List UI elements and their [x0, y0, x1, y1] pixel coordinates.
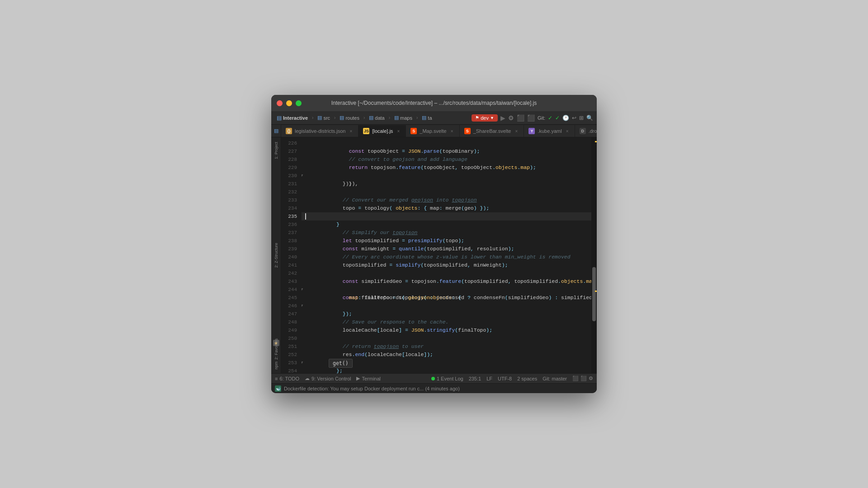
scrollbar-thumb[interactable] [592, 267, 596, 321]
terminal-button[interactable]: ⬛ [527, 114, 535, 122]
undo-button[interactable]: ↩ [572, 115, 576, 121]
tab-icon-drone: D [580, 128, 586, 134]
code-line-227: // convert to geojson and add language [302, 147, 591, 155]
status-icons: ⬛ ⬛ ⚙ [572, 375, 593, 381]
code-line-251: res.end(localeCache[locale]); [302, 343, 591, 351]
status-line-ending: LF [486, 375, 492, 381]
code-editor[interactable]: 226 227 228 229 230 231 232 233 234 235 … [281, 137, 597, 373]
branch-selector[interactable]: ⚑ dev ▼ [472, 114, 498, 122]
left-sidebar: 1: Project 2: Z-Structure ★ 2: Favorites… [271, 137, 281, 373]
close-button[interactable] [277, 100, 283, 106]
tab-icon-json: {} [286, 128, 292, 134]
code-line-248: localeCache[locale] = JSON.stringify(fin… [302, 318, 591, 326]
code-line-228: return topojson.feature(topoObject, topo… [302, 155, 591, 164]
code-line-243: ▼ const finalTopo = topology( objects: { [302, 277, 591, 286]
status-todo[interactable]: ≡ 6: TODO [275, 376, 299, 381]
code-line-244: map: filterCoords( geojson: condensed ? … [302, 286, 591, 294]
toolbar-actions: ⚑ dev ▼ ▶ ⚙ ⬛ ⬛ Git: ✓ ✓ 🕐 ↩ ⊞ 🔍 [472, 114, 593, 122]
status-settings-icon[interactable]: ⚙ [589, 375, 593, 381]
breadcrumb-data[interactable]: ▤ data [367, 114, 386, 122]
title-bar: Interactive [~/Documents/code/Interactiv… [271, 95, 597, 111]
code-line-231 [302, 180, 591, 188]
git-check-icon[interactable]: ✓ [548, 115, 552, 121]
code-line-240: topoSimplified = simplify(topoSimplified… [302, 253, 591, 261]
tab-legislative-districts[interactable]: {} legislative-districts.json × [281, 125, 359, 137]
code-line-236: // Simplify our topojson [302, 221, 591, 229]
code-line-241 [302, 261, 591, 269]
layout-button[interactable]: ⊞ [579, 115, 584, 121]
main-editor-area: 1: Project 2: Z-Structure ★ 2: Favorites… [271, 137, 597, 373]
search-button[interactable]: 🔍 [586, 115, 593, 121]
tab-sharebar-svelte[interactable]: S _ShareBar.svelte × [460, 125, 524, 137]
breadcrumb-ta[interactable]: ▤ ta [420, 114, 434, 122]
npm-panel-label[interactable]: npm [274, 361, 278, 370]
status-terminal[interactable]: ▶ Terminal [356, 375, 381, 381]
tab-close-map[interactable]: × [449, 128, 455, 134]
status-event-log[interactable]: 1 Event Log [431, 375, 463, 381]
git-history-icon[interactable]: 🕐 [562, 115, 569, 121]
code-line-250: // return topojson to user [302, 334, 591, 343]
stop-button[interactable]: ⬛ [517, 114, 524, 122]
tab-close-kube[interactable]: × [565, 128, 570, 134]
code-line-229: ▼ }), [302, 164, 591, 172]
minimize-button[interactable] [286, 100, 292, 106]
scrollbar-marker-warning [595, 141, 597, 142]
run-button[interactable]: ▶ [500, 114, 505, 122]
tab-close-locale[interactable]: × [396, 128, 401, 134]
status-branch[interactable]: Git: master [542, 375, 567, 381]
maximize-button[interactable] [296, 100, 302, 106]
code-line-247: // Save our response to the cache. [302, 310, 591, 318]
code-line-226: const topoObject = JSON.parse(topoBinary… [302, 139, 591, 147]
tab-kube-yaml[interactable]: Y .kube.yaml × [524, 125, 575, 137]
scrollbar-marker-2 [595, 291, 597, 292]
tab-close-legislative[interactable]: × [348, 128, 354, 134]
code-line-246 [302, 302, 591, 310]
toolbar-project[interactable]: ▤ Interactive [275, 114, 310, 122]
code-line-230: }); [302, 172, 591, 180]
code-line-245: ▼ }); [302, 294, 591, 302]
project-icon-tab[interactable]: ▤ [271, 125, 281, 137]
window-title: Interactive [~/Documents/code/Interactiv… [331, 100, 537, 106]
traffic-lights [277, 100, 302, 106]
code-line-252: ▼ }; [302, 351, 591, 359]
status-copy-icon[interactable]: ⬛ [572, 375, 579, 381]
tab-icon-js: JS [363, 128, 369, 134]
tab-map-svelte[interactable]: S _Map.svelte × [406, 125, 459, 137]
tab-close-sharebar[interactable]: × [514, 128, 519, 134]
code-line-237: let topoSimplified = presimplify(topo); [302, 229, 591, 237]
git-confirm-icon[interactable]: ✓ [555, 115, 560, 121]
code-line-242: const simplifiedGeo = topojson.feature(t… [302, 269, 591, 277]
status-encoding: UTF-8 [498, 375, 512, 381]
notification-bar: 🐋 Dockerfile detection: You may setup Do… [271, 383, 597, 393]
toolbar: ▤ Interactive › ▤ src › ▤ routes › ▤ dat… [271, 111, 597, 125]
scrollbar-vertical[interactable] [591, 137, 597, 373]
code-line-234: ▼ } [302, 204, 591, 212]
status-share-icon[interactable]: ⬛ [580, 375, 587, 381]
tab-icon-svelte-map: S [410, 128, 417, 134]
code-line-239: // Every arc coordinate whose z-value is… [302, 245, 591, 253]
status-vcs[interactable]: ☁ 9: Version Control [305, 375, 351, 381]
git-label: Git: [538, 115, 545, 121]
z-structure-panel-label[interactable]: 2: Z-Structure [274, 243, 278, 267]
build-button[interactable]: ⚙ [508, 114, 514, 122]
tab-locale-js[interactable]: JS [locale].js × [359, 125, 406, 137]
autocomplete-popup: get() [329, 359, 353, 368]
code-line-249 [302, 326, 591, 334]
code-line-254: // eslint-disable-next-line import/prefe… [302, 367, 591, 373]
line-numbers: 226 227 228 229 230 231 232 233 234 235 … [281, 137, 302, 373]
code-line-233: topo = topology( objects: { map: merge(g… [302, 196, 591, 204]
breadcrumb-routes[interactable]: ▤ routes [338, 114, 361, 122]
status-position: 235:1 [469, 375, 481, 381]
breadcrumb-maps[interactable]: ▤ maps [392, 114, 414, 122]
status-indent: 2 spaces [517, 375, 537, 381]
code-content[interactable]: const topoObject = JSON.parse(topoBinary… [302, 137, 591, 373]
status-right: 1 Event Log 235:1 LF UTF-8 2 spaces Git:… [431, 375, 593, 381]
code-line-232: // Convert our merged geojson into topoj… [302, 188, 591, 196]
favorites-panel-label[interactable]: 2: Favorites [274, 338, 278, 360]
notification-icon: 🐋 [275, 385, 281, 392]
tab-drone[interactable]: D .drone.y × [575, 125, 597, 137]
breadcrumb-src[interactable]: ▤ src [316, 114, 332, 122]
project-panel-label[interactable]: 1: Project [274, 142, 278, 159]
tab-icon-yaml: Y [528, 128, 535, 134]
tab-icon-svelte-sharebar: S [464, 128, 471, 134]
